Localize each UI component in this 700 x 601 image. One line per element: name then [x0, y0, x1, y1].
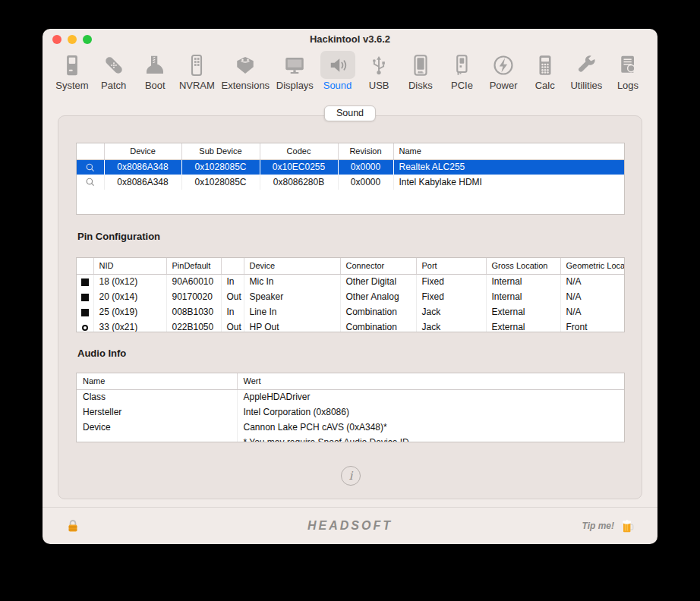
table-cell: 0x8086280B	[260, 175, 338, 190]
column-header[interactable]: Codec	[260, 143, 338, 159]
column-header[interactable]	[77, 258, 93, 274]
column-header[interactable]	[77, 143, 104, 159]
toolbar-item-nvram[interactable]: NVRAM	[179, 51, 215, 91]
table-cell: External	[486, 304, 560, 319]
toolbar-item-patch[interactable]: Patch	[96, 51, 131, 91]
tab-sound-label: Sound	[336, 108, 364, 118]
toolbar: SystemPatchBootNVRAMExtensionsDisplaysSo…	[43, 51, 657, 91]
column-header[interactable]: PinDefault	[166, 258, 221, 274]
toolbar-item-disks[interactable]: Disks	[403, 51, 438, 91]
table-cell: * You may require Spoof Audio Device ID	[237, 435, 625, 442]
toolbar-label-displays: Displays	[276, 80, 314, 91]
info-icon: i	[349, 469, 353, 483]
table-cell: Hersteller	[77, 404, 237, 420]
headsoft-logo: HEADSOFT	[43, 519, 657, 533]
table-cell: N/A	[560, 289, 625, 304]
table-cell: N/A	[560, 274, 625, 289]
column-header[interactable]: Gross Location	[486, 258, 560, 274]
table-row[interactable]: 25 (0x19)008B1030InLine InCombinationJac…	[77, 304, 625, 319]
column-header[interactable]: Port	[416, 258, 486, 274]
column-header[interactable]: Geometric Location	[560, 258, 625, 274]
pin-configuration-title: Pin Configuration	[77, 231, 160, 242]
titlebar: Hackintool v3.6.2	[43, 29, 657, 50]
column-header[interactable]: Sub Device	[181, 143, 260, 159]
table-cell: Line In	[244, 304, 340, 319]
audio-info-table: NameWertClassAppleHDADriverHerstellerInt…	[76, 373, 625, 442]
column-header[interactable]: Name	[77, 373, 237, 389]
toolbar-label-logs: Logs	[617, 80, 639, 91]
table-cell: Other Digital	[340, 274, 416, 289]
displays-icon	[277, 51, 312, 79]
table-cell: Mic In	[244, 274, 340, 289]
close-button[interactable]	[52, 35, 61, 44]
table-cell	[77, 274, 93, 289]
table-row[interactable]: 33 (0x21)022B1050OutHP OutCombinationJac…	[77, 319, 625, 332]
toolbar-item-displays[interactable]: Displays	[276, 51, 314, 91]
black-square-icon	[81, 294, 89, 301]
table-cell	[77, 435, 237, 442]
table-row[interactable]: 20 (0x14)90170020OutSpeakerOther AnalogF…	[77, 289, 625, 304]
toolbar-item-usb[interactable]: USB	[361, 51, 396, 91]
toolbar-item-utilities[interactable]: Utilities	[569, 51, 604, 91]
column-header[interactable]: NID	[93, 258, 166, 274]
toolbar-label-calc: Calc	[535, 80, 555, 91]
toolbar-item-power[interactable]: Power	[486, 51, 521, 91]
table-cell: External	[486, 319, 560, 332]
toolbar-label-pcie: PCIe	[451, 80, 473, 91]
tip-me-label: Tip me!	[582, 521, 614, 531]
table-header-row: NameWert	[77, 373, 625, 389]
column-header[interactable]: Wert	[237, 373, 625, 389]
table-row[interactable]: HerstellerIntel Corporation (0x8086)	[77, 404, 625, 420]
table-cell: Jack	[416, 304, 486, 319]
table-cell: Combination	[340, 319, 416, 332]
column-header[interactable]: Device	[244, 258, 340, 274]
toolbar-item-boot[interactable]: Boot	[137, 51, 172, 91]
column-header[interactable]: Device	[104, 143, 181, 159]
info-button[interactable]: i	[341, 466, 361, 486]
table-cell: 008B1030	[166, 304, 221, 319]
table-cell: In	[221, 274, 244, 289]
table-row[interactable]: * You may require Spoof Audio Device ID	[77, 435, 625, 442]
table-cell: 90170020	[166, 289, 221, 304]
toolbar-label-utilities: Utilities	[570, 80, 602, 91]
table-cell: Fixed	[416, 274, 486, 289]
zoom-button[interactable]	[83, 35, 92, 44]
table-cell: HP Out	[244, 319, 340, 332]
column-header[interactable]: Connector	[340, 258, 416, 274]
table-cell: Front	[560, 319, 625, 332]
traffic-lights	[52, 35, 92, 44]
column-header[interactable]	[221, 258, 244, 274]
tab-sound-button[interactable]: Sound	[324, 105, 376, 121]
table-cell: 0x0000	[338, 175, 393, 190]
circle-outline-icon	[82, 325, 88, 331]
minimize-button[interactable]	[68, 35, 77, 44]
table-cell: 0x8086A348	[104, 159, 181, 175]
toolbar-label-system: System	[55, 80, 88, 91]
column-header[interactable]: Name	[393, 143, 625, 159]
toolbar-item-pcie[interactable]: PCIe	[444, 51, 479, 91]
table-cell: Fixed	[416, 289, 486, 304]
tip-me-button[interactable]: Tip me!	[582, 518, 635, 533]
table-row[interactable]: 18 (0x12)90A60010InMic InOther DigitalFi…	[77, 274, 625, 289]
table-cell: AppleHDADriver	[237, 389, 625, 404]
table-cell	[77, 319, 93, 332]
table-row[interactable]: DeviceCannon Lake PCH cAVS (0xA348)*	[77, 420, 625, 435]
toolbar-item-sound[interactable]: Sound	[320, 51, 355, 91]
table-cell: 18 (0x12)	[93, 274, 166, 289]
table-header-row: DeviceSub DeviceCodecRevisionName	[77, 143, 625, 159]
toolbar-item-logs[interactable]: Logs	[610, 51, 645, 91]
table-header-row: NIDPinDefaultDeviceConnectorPortGross Lo…	[77, 258, 625, 274]
table-row[interactable]: 0x8086A3480x1028085C0x8086280B0x0000Inte…	[77, 175, 625, 190]
logs-icon	[610, 51, 645, 79]
toolbar-item-calc[interactable]: Calc	[528, 51, 563, 91]
column-header[interactable]: Revision	[338, 143, 393, 159]
table-row[interactable]: 0x8086A3480x1028085C0x10EC02550x0000Real…	[77, 159, 625, 175]
audio-info-title: Audio Info	[77, 348, 126, 359]
toolbar-item-system[interactable]: System	[55, 51, 90, 91]
magnifier-icon	[85, 162, 96, 172]
toolbar-item-extensions[interactable]: Extensions	[222, 51, 270, 91]
table-cell: Jack	[416, 319, 486, 332]
table-row[interactable]: ClassAppleHDADriver	[77, 389, 625, 404]
toolbar-label-boot: Boot	[145, 80, 166, 91]
table-cell: 0x1028085C	[181, 159, 260, 175]
